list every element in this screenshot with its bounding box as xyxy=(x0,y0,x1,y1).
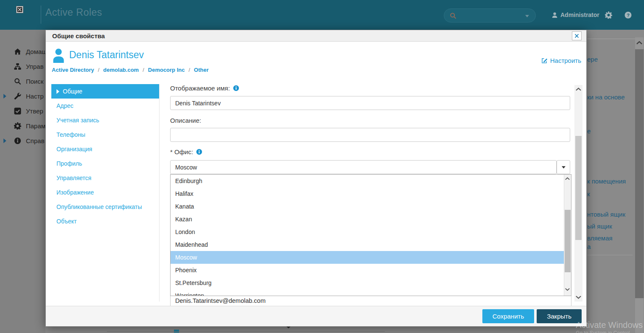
tab[interactable]: Учетная запись xyxy=(51,113,159,127)
sidebar-item-label: Парам xyxy=(26,122,45,130)
sidebar-item[interactable]: Справ xyxy=(0,133,45,148)
info-icon[interactable] xyxy=(233,85,239,91)
save-button[interactable]: Сохранить xyxy=(482,309,535,323)
app-title: Active Roles xyxy=(45,7,102,18)
topbar-divider xyxy=(41,6,41,24)
page-scrollbar-thumb[interactable] xyxy=(635,49,644,298)
chevron-down-icon[interactable] xyxy=(525,15,529,17)
panel-divider xyxy=(587,255,633,255)
dialog-scrollbar[interactable] xyxy=(574,85,582,302)
caret-right-icon xyxy=(3,138,6,143)
tab[interactable]: Опубликованные сертификаты xyxy=(51,200,159,214)
close-button[interactable] xyxy=(572,31,582,40)
page: Active Roles Administrator ? Домаш Управ xyxy=(0,0,644,333)
customize-label: Настроить xyxy=(550,57,581,64)
tab-list: Общие Адрес Учетная запись Телеф xyxy=(51,84,160,302)
dropdown-option[interactable]: Kanata xyxy=(171,200,564,213)
dropdown-option[interactable]: St.Petersburg xyxy=(171,277,564,289)
tab[interactable]: Изображение xyxy=(51,185,159,200)
description-input[interactable] xyxy=(170,128,570,142)
dropdown-option[interactable]: Phoenix xyxy=(171,264,564,277)
breadcrumb-link[interactable]: Other xyxy=(185,67,208,73)
tab-label: Телефоны xyxy=(56,131,85,138)
sidebar-item-icon xyxy=(14,93,21,100)
user-label: Administrator xyxy=(560,11,599,18)
tab[interactable]: Управляется xyxy=(51,171,159,185)
dialog-titlebar: Общие свойства xyxy=(46,30,586,42)
gear-icon[interactable] xyxy=(605,11,612,19)
dropdown-option[interactable]: Maidenhead xyxy=(171,238,564,251)
background-link[interactable]: вляемая xyxy=(587,234,613,242)
tab-label: Объект xyxy=(56,218,77,225)
info-icon[interactable] xyxy=(196,149,202,155)
office-dropdown-button[interactable] xyxy=(557,160,570,174)
sidebar-item[interactable]: Домаш xyxy=(0,44,45,59)
tab-label: Управляется xyxy=(56,175,91,181)
description-label-text: Описание: xyxy=(170,117,201,124)
background-link[interactable]: к xyxy=(587,190,590,198)
background-link[interactable]: ый ящик xyxy=(587,223,612,230)
display-name-label: Отображаемое имя: xyxy=(170,85,239,92)
tab[interactable]: Телефоны xyxy=(51,127,159,142)
breadcrumb: Active Directory demolab.com Democorp In… xyxy=(52,67,209,73)
office-dropdown-list: Edinburgh Halifax Kanata Kazan London Ma… xyxy=(170,174,571,296)
sidebar-item[interactable]: Поиск xyxy=(0,74,45,89)
sidebar-item-icon xyxy=(14,137,21,144)
tab[interactable]: Адрес xyxy=(51,99,159,113)
scroll-down-icon[interactable] xyxy=(565,288,570,291)
dropdown-option[interactable]: Moscow xyxy=(171,251,564,264)
background-link[interactable]: е xyxy=(587,127,591,135)
tab[interactable]: Объект xyxy=(51,214,159,229)
dropdown-option[interactable]: Halifax xyxy=(171,187,564,200)
dropdown-scrollbar-thumb[interactable] xyxy=(565,210,571,272)
scroll-up-icon[interactable] xyxy=(565,177,570,180)
help-icon[interactable]: ? xyxy=(624,11,632,19)
sidebar-item[interactable]: Управ xyxy=(0,59,45,74)
edit-icon xyxy=(541,57,548,64)
background-divider xyxy=(107,331,385,332)
sidebar-item-label: Управ xyxy=(26,63,44,70)
scroll-up-icon[interactable] xyxy=(636,41,642,45)
tab[interactable]: Организация xyxy=(51,142,159,156)
dialog-body: Denis Tatarintsev Настроить Active Direc… xyxy=(46,42,586,306)
office-label: * Офис: xyxy=(170,148,202,155)
background-link[interactable]: ки на основе xyxy=(587,93,625,101)
office-input[interactable] xyxy=(170,160,557,174)
sidebar-item-label: Поиск xyxy=(26,78,44,85)
dropdown-option[interactable]: Kazan xyxy=(171,213,564,226)
user-icon xyxy=(552,12,558,18)
customize-link[interactable]: Настроить xyxy=(541,57,581,64)
caret-down-icon xyxy=(562,166,566,169)
scroll-up-icon[interactable] xyxy=(576,87,581,91)
breadcrumb-link[interactable]: Democorp Inc xyxy=(139,67,185,73)
search-input[interactable] xyxy=(444,8,536,23)
scroll-down-icon[interactable] xyxy=(576,296,581,299)
dropdown-option[interactable]: Warrington xyxy=(171,289,564,296)
display-name-label-text: Отображаемое имя: xyxy=(170,85,230,92)
tab-label: Опубликованные сертификаты xyxy=(56,203,142,210)
display-name-input[interactable] xyxy=(170,96,570,110)
close-dialog-button[interactable]: Закрыть xyxy=(537,309,582,323)
page-scrollbar[interactable] xyxy=(635,37,644,333)
background-link[interactable]: а xyxy=(587,243,591,250)
user-menu[interactable]: Administrator xyxy=(552,0,599,30)
background-link[interactable]: к помещения xyxy=(587,178,626,185)
dropdown-option[interactable]: Edinburgh xyxy=(171,175,564,187)
email-input[interactable]: Denis.Tatarintsev@demolab.com xyxy=(170,296,571,306)
breadcrumb-link[interactable]: demolab.com xyxy=(94,67,139,73)
breadcrumb-link[interactable]: Active Directory xyxy=(52,67,94,73)
sidebar-item[interactable]: Парам xyxy=(0,119,45,133)
user-name: Denis Tatarintsev xyxy=(69,49,144,61)
background-link[interactable]: ере xyxy=(587,56,598,63)
dropdown-option[interactable]: London xyxy=(171,226,564,238)
background-link[interactable]: нтовый ящик xyxy=(587,211,625,218)
tab-label: Профиль xyxy=(56,160,82,167)
dialog-scrollbar-thumb[interactable] xyxy=(575,136,582,240)
office-label-text: * Офис: xyxy=(170,148,193,155)
tab[interactable]: Профиль xyxy=(51,156,159,171)
tab[interactable]: Общие xyxy=(51,84,159,99)
dropdown-scrollbar[interactable] xyxy=(564,175,571,296)
tab-label: Адрес xyxy=(56,102,73,109)
sidebar-item[interactable]: Утвер xyxy=(0,104,45,119)
sidebar-item[interactable]: Настр xyxy=(0,89,45,104)
